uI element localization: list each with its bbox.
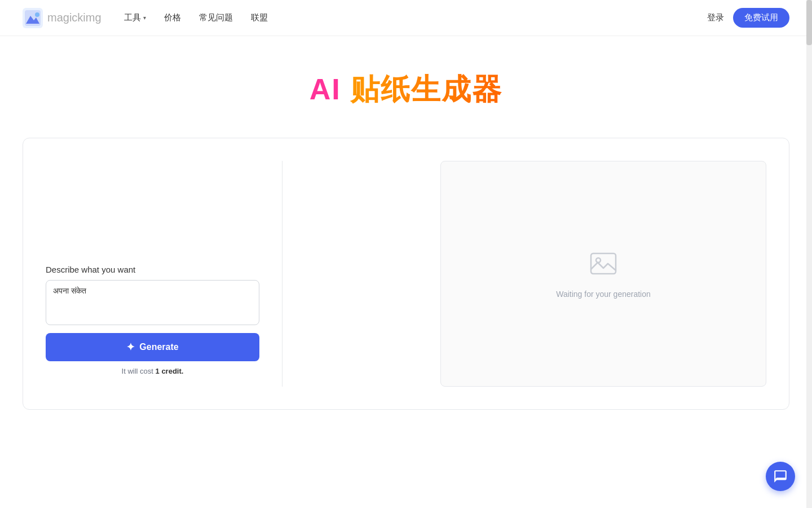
chat-button[interactable]	[766, 462, 795, 491]
nav-item-faq[interactable]: 常见问题	[199, 12, 233, 23]
cost-amount: 1 credit.	[156, 367, 184, 375]
header-right: 登录 免费试用	[707, 8, 789, 28]
svg-rect-4	[591, 253, 616, 274]
sparkle-icon: ✦	[126, 341, 135, 353]
login-button[interactable]: 登录	[707, 12, 724, 23]
brand-name-light: img	[83, 11, 101, 24]
chat-icon	[773, 469, 788, 484]
svg-point-3	[35, 12, 39, 17]
title-ai: AI	[310, 73, 341, 106]
generate-button[interactable]: ✦ Generate	[46, 333, 259, 361]
middle-panel	[283, 161, 418, 387]
waiting-text: Waiting for your generation	[556, 290, 651, 299]
describe-label: Describe what you want	[46, 265, 259, 274]
logo-icon	[23, 8, 43, 28]
brand-name-bold: magick	[47, 11, 83, 24]
title-rest: 贴纸生成器	[350, 73, 502, 106]
image-placeholder-icon	[589, 249, 618, 281]
scrollbar[interactable]	[806, 0, 812, 508]
chevron-down-icon: ▾	[143, 15, 146, 21]
nav-item-alliance[interactable]: 联盟	[251, 12, 268, 23]
logo-text: magickimg	[47, 11, 102, 24]
header-left: magickimg 工具 ▾ 价格 常见问题 联盟	[23, 8, 268, 28]
svg-point-5	[596, 258, 601, 262]
left-panel: Describe what you want अपना संकेत ✦ Gene…	[46, 161, 283, 387]
nav-item-tools[interactable]: 工具 ▾	[124, 12, 146, 23]
header: magickimg 工具 ▾ 价格 常见问题 联盟 登录 免费试用	[0, 0, 812, 36]
page-title: AI 贴纸生成器	[23, 70, 789, 110]
cost-text: It will cost 1 credit.	[46, 367, 259, 375]
main-content: AI 贴纸生成器 Describe what you want अपना संक…	[0, 36, 812, 432]
free-trial-button[interactable]: 免费试用	[733, 8, 789, 28]
preview-panel: Waiting for your generation	[440, 161, 766, 387]
scrollbar-thumb	[806, 0, 812, 45]
logo[interactable]: magickimg	[23, 8, 102, 28]
prompt-textarea[interactable]: अपना संकेत	[46, 280, 259, 325]
main-nav: 工具 ▾ 价格 常见问题 联盟	[124, 12, 268, 23]
main-card: Describe what you want अपना संकेत ✦ Gene…	[23, 138, 789, 410]
nav-item-price[interactable]: 价格	[164, 12, 181, 23]
